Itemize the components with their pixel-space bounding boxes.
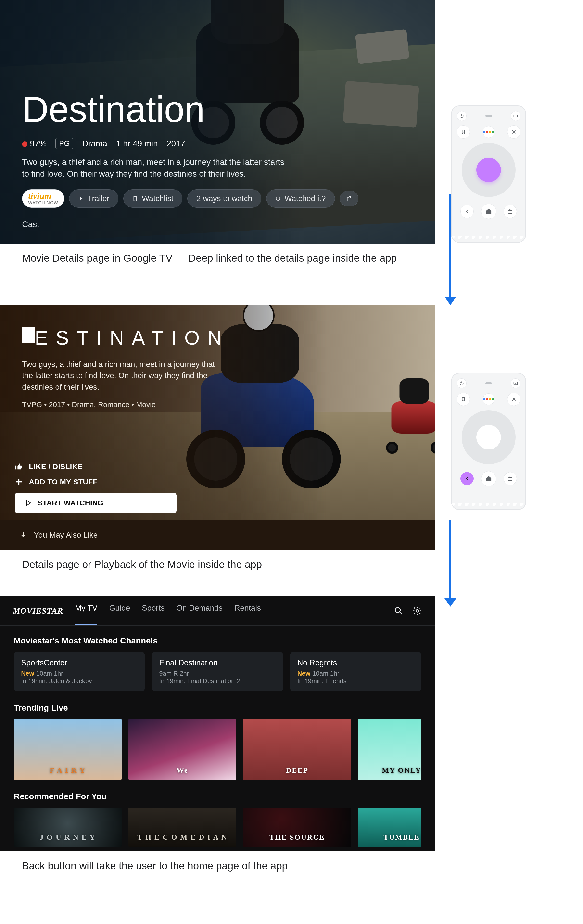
bookmark-button[interactable] xyxy=(457,393,470,406)
dpad[interactable] xyxy=(462,143,515,197)
dpad[interactable] xyxy=(462,410,515,464)
tab-rentals[interactable]: Rentals xyxy=(234,604,261,618)
critic-score: 97% xyxy=(22,139,46,148)
tab-my-tv[interactable]: My TV xyxy=(75,604,97,618)
trending-row: F A I R YWeDEEPMY ONLY ONE xyxy=(14,719,421,780)
add-to-my-stuff-button[interactable]: ADD TO MY STUFF xyxy=(15,478,176,486)
google-tv-details-panel: Destination 97% PG Drama 1 hr 49 min 201… xyxy=(0,0,435,244)
svg-point-2 xyxy=(416,610,418,612)
settings-button[interactable] xyxy=(507,393,520,406)
home-button[interactable] xyxy=(481,204,496,219)
like-dislike-button[interactable]: LIKE / DISLIKE xyxy=(15,462,176,471)
app-movie-title: DDESTINATIONESTINATION xyxy=(22,327,413,349)
top-tabs: My TVGuideSportsOn DemandsRentals xyxy=(75,604,261,618)
content-thumbnail[interactable]: THE SOURCE xyxy=(243,807,351,847)
app-details-panel: DDESTINATIONESTINATION Two guys, a thief… xyxy=(0,305,435,550)
watch-now-button[interactable]: tivium WATCH NOW xyxy=(22,189,64,208)
svg-point-1 xyxy=(395,607,400,612)
content-thumbnail[interactable]: F A I R Y xyxy=(14,719,122,780)
power-button[interactable] xyxy=(457,378,466,388)
channel-card[interactable]: No RegretsNew10am 1hrIn 19min: Friends xyxy=(290,652,421,691)
you-may-also-like-row[interactable]: You May Also Like xyxy=(0,520,435,550)
remote-1 xyxy=(451,106,526,243)
flow-arrow-2 xyxy=(444,520,457,607)
thumb-up-icon xyxy=(15,462,23,471)
remote-2 xyxy=(451,373,526,510)
app-brand: MOVIESTAR xyxy=(13,606,63,615)
settings-button[interactable] xyxy=(507,125,520,139)
channel-cards-row: SportsCenterNew10am 1hrIn 19min: Jalen &… xyxy=(14,652,421,691)
bookmark-button[interactable] xyxy=(457,125,470,139)
tab-sports[interactable]: Sports xyxy=(142,604,165,618)
bookmark-icon xyxy=(132,196,138,201)
svg-rect-8 xyxy=(508,478,512,481)
power-button[interactable] xyxy=(457,111,466,121)
svg-rect-5 xyxy=(508,210,512,213)
thumbnail-title: TUMBLE DRY xyxy=(384,833,421,842)
thumbnail-title: THE SOURCE xyxy=(269,833,325,842)
gear-icon[interactable] xyxy=(412,606,422,616)
rating-badge: PG xyxy=(55,138,73,149)
cast-header: Cast xyxy=(22,219,413,229)
tab-guide[interactable]: Guide xyxy=(109,604,130,618)
caption-1: Movie Details page in Google TV — Deep l… xyxy=(0,244,435,264)
recommended-row: J O U R N E YT H E C O M E D I A NTHE SO… xyxy=(14,807,421,847)
input-button[interactable] xyxy=(511,111,520,121)
thumbnail-title: T H E C O M E D I A N xyxy=(137,833,227,842)
assistant-button[interactable] xyxy=(483,126,494,138)
channel-card[interactable]: SportsCenterNew10am 1hrIn 19min: Jalen &… xyxy=(14,652,145,691)
mic-hole xyxy=(486,382,492,384)
content-thumbnail[interactable]: We xyxy=(128,719,236,780)
flow-arrow-1 xyxy=(444,194,457,305)
app-metadata: TVPG • 2017 • Drama, Romance • Movie xyxy=(22,401,413,409)
caption-3: Back button will take the user to the ho… xyxy=(0,851,435,872)
channel-card[interactable]: Final Destination9am R 2hrIn 19min: Fina… xyxy=(152,652,283,691)
home-button[interactable] xyxy=(481,471,496,486)
thumbs-icon xyxy=(346,195,352,202)
tab-on-demands[interactable]: On Demands xyxy=(176,604,222,618)
movie-genre: Drama xyxy=(82,139,107,148)
arrow-down-icon xyxy=(20,531,27,538)
movie-synopsis: Two guys, a thief and a rich man, meet i… xyxy=(22,156,287,180)
ways-to-watch-button[interactable]: 2 ways to watch xyxy=(187,189,261,208)
content-thumbnail[interactable]: T H E C O M E D I A N xyxy=(128,807,236,847)
thumbnail-title: J O U R N E Y xyxy=(40,833,96,842)
back-button-highlighted[interactable] xyxy=(460,472,474,485)
app-synopsis: Two guys, a thief and a rich man, meet i… xyxy=(22,358,218,393)
watchlist-button[interactable]: Watchlist xyxy=(124,189,183,208)
dpad-select[interactable] xyxy=(476,425,501,449)
svg-point-7 xyxy=(513,398,515,400)
content-thumbnail[interactable]: DEEP xyxy=(243,719,351,780)
content-thumbnail[interactable]: J O U R N E Y xyxy=(14,807,122,847)
content-thumbnail[interactable]: MY ONLY ONE xyxy=(358,719,421,780)
movie-metadata-row: 97% PG Drama 1 hr 49 min 2017 xyxy=(22,138,413,149)
provider-sub: WATCH NOW xyxy=(28,200,58,206)
live-tv-button[interactable] xyxy=(504,205,517,218)
thumbnail-title: We xyxy=(176,766,188,774)
content-thumbnail[interactable]: TUMBLE DRY xyxy=(358,807,421,847)
input-button[interactable] xyxy=(511,378,520,388)
watched-it-button[interactable]: Watched it? xyxy=(266,189,335,208)
thumbnail-title: DEEP xyxy=(286,766,308,774)
dpad-select[interactable] xyxy=(476,158,501,182)
search-icon[interactable] xyxy=(394,606,403,616)
thumbnail-title: MY ONLY ONE xyxy=(382,766,421,774)
assistant-button[interactable] xyxy=(483,393,494,405)
circle-icon xyxy=(275,196,281,201)
provider-brand: tivium xyxy=(28,191,58,200)
svg-point-4 xyxy=(513,131,515,133)
rate-button[interactable] xyxy=(340,191,358,206)
movie-runtime: 1 hr 49 min xyxy=(116,139,158,148)
start-watching-button[interactable]: START WATCHING xyxy=(15,493,176,513)
play-icon xyxy=(25,499,32,507)
caption-2: Details page or Playback of the Movie in… xyxy=(0,550,435,570)
mic-hole xyxy=(486,115,492,117)
play-icon xyxy=(78,196,84,201)
thumbnail-title: F A I R Y xyxy=(50,766,86,774)
live-tv-button[interactable] xyxy=(504,472,517,485)
trailer-button[interactable]: Trailer xyxy=(69,189,119,208)
svg-point-0 xyxy=(276,197,280,200)
section-trending: Trending Live xyxy=(14,703,421,713)
back-button[interactable] xyxy=(460,205,474,218)
app-home-panel: MOVIESTAR My TVGuideSportsOn DemandsRent… xyxy=(0,596,435,851)
